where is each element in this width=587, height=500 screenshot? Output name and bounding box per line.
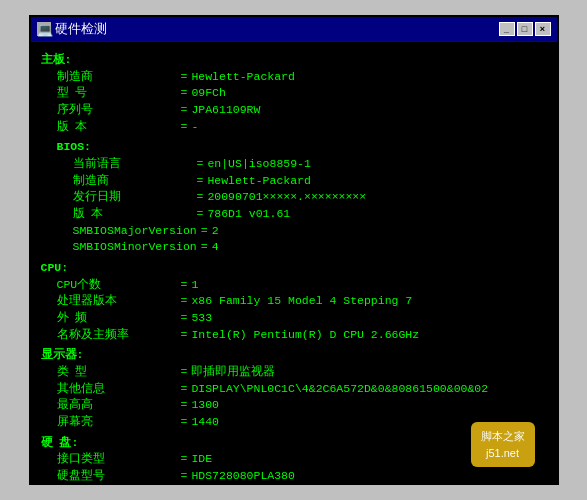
cpu-version: 处理器版本 = x86 Family 15 Model 4 Stepping 7 bbox=[57, 293, 547, 310]
watermark-line1: 脚本之家 bbox=[481, 428, 525, 445]
maximize-button[interactable]: □ bbox=[517, 22, 533, 36]
title-bar-left: 💻 硬件检测 bbox=[37, 20, 107, 38]
display-other: 其他信息 = DISPLAY\PNL0C1C\4&2C6A572D&0&8086… bbox=[57, 381, 547, 398]
close-button[interactable]: × bbox=[535, 22, 551, 36]
cpu-section: CPU: bbox=[41, 260, 547, 277]
bios-minor: SMBIOSMinorVersion = 4 bbox=[73, 239, 547, 256]
display-fields: 类 型 = 即插即用监视器 其他信息 = DISPLAY\PNL0C1C\4&2… bbox=[41, 364, 547, 431]
hdd-model: 硬盘型号 = HDS728080PLA380 bbox=[57, 468, 547, 483]
display-maxheight: 最高高 = 1300 bbox=[57, 397, 547, 414]
mainboard-fields: 制造商 = Hewlett-Packard 型 号 = 09FCh 序列号 = … bbox=[41, 69, 547, 136]
display-section: 显示器: bbox=[41, 347, 547, 364]
bios-lang: 当前语言 = en|US|iso8859-1 bbox=[73, 156, 547, 173]
bios-manufacturer: 制造商 = Hewlett-Packard bbox=[73, 173, 547, 190]
bios-fields: 当前语言 = en|US|iso8859-1 制造商 = Hewlett-Pac… bbox=[57, 156, 547, 256]
bios-date: 发行日期 = 20090701×××××.××××××××× bbox=[73, 189, 547, 206]
display-type: 类 型 = 即插即用监视器 bbox=[57, 364, 547, 381]
cpu-fields: CPU个数 = 1 处理器版本 = x86 Family 15 Model 4 … bbox=[41, 277, 547, 344]
title-buttons: _ □ × bbox=[499, 22, 551, 36]
mainboard-manufacturer: 制造商 = Hewlett-Packard bbox=[57, 69, 547, 86]
bios-major: SMBIOSMajorVersion = 2 bbox=[73, 223, 547, 240]
hardware-info-content: 主板: 制造商 = Hewlett-Packard 型 号 = 09FCh 序列… bbox=[31, 42, 557, 483]
bios-version: 版 本 = 786D1 v01.61 bbox=[73, 206, 547, 223]
minimize-button[interactable]: _ bbox=[499, 22, 515, 36]
cpu-fsb: 外 频 = 533 bbox=[57, 310, 547, 327]
window-title: 硬件检测 bbox=[55, 20, 107, 38]
mainboard-model: 型 号 = 09FCh bbox=[57, 85, 547, 102]
bios-section: BIOS: 当前语言 = en|US|iso8859-1 制造商 = Hewle… bbox=[41, 139, 547, 256]
watermark: 脚本之家 j51.net bbox=[471, 422, 535, 467]
watermark-line2: j51.net bbox=[481, 445, 525, 462]
window-icon: 💻 bbox=[37, 22, 51, 36]
cpu-name: 名称及主频率 = Intel(R) Pentium(R) D CPU 2.66G… bbox=[57, 327, 547, 344]
cpu-count: CPU个数 = 1 bbox=[57, 277, 547, 294]
hardware-detection-window: 💻 硬件检测 _ □ × 主板: 制造商 = Hewlett-Packard 型… bbox=[29, 15, 559, 485]
mainboard-serial: 序列号 = JPA61109RW bbox=[57, 102, 547, 119]
title-bar: 💻 硬件检测 _ □ × bbox=[31, 17, 557, 42]
mainboard-section: 主板: bbox=[41, 52, 547, 69]
mainboard-version: 版 本 = - bbox=[57, 119, 547, 136]
